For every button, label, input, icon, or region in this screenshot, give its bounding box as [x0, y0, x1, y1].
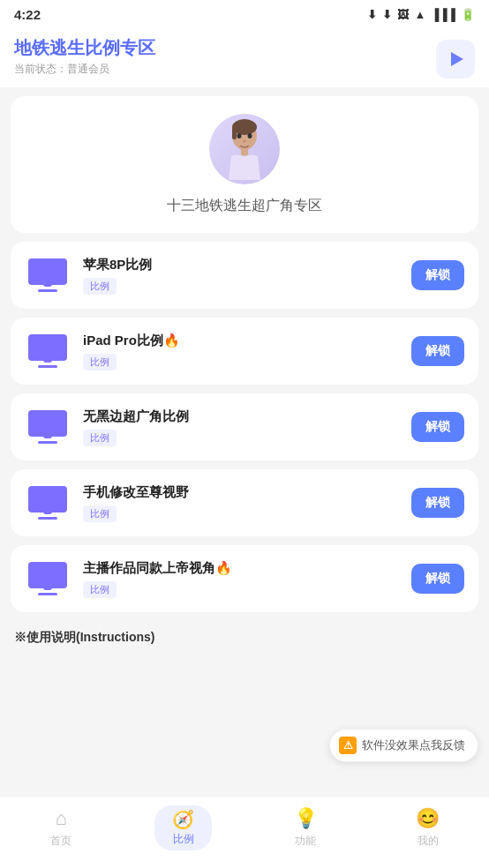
unlock-button-2[interactable]: 解锁: [411, 412, 464, 442]
nav-active-pill: 🧭 比例: [154, 805, 212, 850]
item-tag-3: 比例: [83, 505, 117, 522]
svg-point-4: [248, 133, 252, 138]
monitor-stand: [43, 356, 52, 363]
item-name-1: iPad Pro比例🔥: [83, 333, 399, 349]
item-icon-2: [25, 408, 71, 446]
item-icon-4: [25, 559, 71, 598]
item-info-2: 无黑边超广角比例 比例: [83, 408, 399, 446]
list-item: iPad Pro比例🔥 比例 解锁: [11, 318, 478, 385]
item-tag-0: 比例: [83, 278, 117, 295]
item-icon-0: [25, 256, 71, 295]
avatar-illustration: [218, 118, 271, 180]
warning-icon: ⚠: [339, 737, 357, 754]
download-icon-1: ⬇: [367, 8, 377, 21]
status-bar: 4:22 ⬇ ⬇ 🖼 ▲ ▐▐▐ 🔋: [0, 0, 489, 29]
nav-item-mine[interactable]: 😊 我的: [367, 807, 490, 849]
header: 地铁逃生比例专区 当前状态：普通会员: [0, 29, 489, 87]
nav-item-ratio[interactable]: 🧭 比例: [123, 805, 245, 850]
list-item: 手机修改至尊视野 比例 解锁: [11, 469, 478, 536]
item-info-3: 手机修改至尊视野 比例: [83, 484, 399, 522]
monitor-base: [38, 289, 57, 292]
page-title: 地铁逃生比例专区: [14, 36, 155, 59]
item-name-2: 无黑边超广角比例: [83, 408, 399, 425]
hero-section: 十三地铁逃生超广角专区: [11, 96, 478, 233]
item-info-1: iPad Pro比例🔥 比例: [83, 333, 399, 370]
list-section: 苹果8P比例 比例 解锁 iPad Pro比例🔥 比例 解锁: [0, 242, 489, 612]
signal-icon: ▐▐▐: [431, 8, 455, 21]
monitor-base: [38, 517, 57, 520]
item-name-0: 苹果8P比例: [83, 257, 399, 273]
list-item: 苹果8P比例 比例 解锁: [11, 242, 478, 309]
nav-item-function[interactable]: 💡 功能: [244, 807, 367, 849]
svg-rect-2: [232, 127, 237, 139]
feedback-label: 软件没效果点我反馈: [362, 737, 465, 753]
monitor-icon-3: [26, 486, 69, 520]
item-tag-4: 比例: [83, 581, 117, 598]
nav-label-home: 首页: [50, 834, 71, 849]
nav-label-mine: 我的: [418, 834, 439, 849]
function-icon: 💡: [294, 807, 318, 830]
monitor-stand: [43, 281, 52, 287]
unlock-button-3[interactable]: 解锁: [411, 488, 464, 518]
play-triangle-icon: [451, 52, 463, 66]
monitor-icon-1: [26, 334, 69, 368]
item-icon-1: [25, 332, 71, 370]
svg-point-3: [237, 133, 242, 138]
monitor-base: [38, 365, 57, 368]
list-item: 主播作品同款上帝视角🔥 比例 解锁: [11, 545, 478, 612]
item-name-3: 手机修改至尊视野: [83, 484, 399, 501]
nav-item-home[interactable]: ⌂ 首页: [0, 807, 123, 849]
monitor-stand: [43, 584, 52, 590]
wifi-icon: ▲: [414, 8, 425, 21]
item-tag-2: 比例: [83, 430, 117, 446]
hero-title: 十三地铁逃生超广角专区: [167, 197, 322, 215]
unlock-button-4[interactable]: 解锁: [411, 564, 464, 594]
header-subtitle: 当前状态：普通会员: [14, 62, 155, 77]
battery-icon: 🔋: [461, 8, 475, 21]
monitor-icon-0: [26, 258, 69, 292]
unlock-button-0[interactable]: 解锁: [411, 260, 464, 290]
monitor-base: [38, 593, 57, 595]
play-button[interactable]: [436, 40, 475, 79]
item-info-0: 苹果8P比例 比例: [83, 257, 399, 295]
item-icon-3: [25, 483, 71, 522]
download-icon-2: ⬇: [382, 8, 392, 21]
monitor-icon-4: [26, 562, 69, 595]
hero-avatar: [209, 114, 280, 184]
unlock-button-1[interactable]: 解锁: [411, 336, 464, 366]
item-name-4: 主播作品同款上帝视角🔥: [83, 560, 399, 577]
list-item: 无黑边超广角比例 比例 解锁: [11, 393, 478, 460]
bottom-nav: ⌂ 首页 🧭 比例 💡 功能 😊 我的: [0, 796, 489, 868]
monitor-base: [38, 441, 57, 444]
feedback-button[interactable]: ⚠ 软件没效果点我反馈: [329, 729, 478, 762]
monitor-stand: [43, 508, 52, 514]
image-icon: 🖼: [397, 8, 409, 21]
item-tag-1: 比例: [83, 354, 117, 370]
status-time: 4:22: [14, 7, 41, 22]
monitor-icon-2: [26, 410, 69, 444]
item-info-4: 主播作品同款上帝视角🔥 比例: [83, 560, 399, 598]
monitor-stand: [43, 432, 52, 438]
instructions-title: ※使用说明(Instructions): [14, 630, 154, 644]
status-icons: ⬇ ⬇ 🖼 ▲ ▐▐▐ 🔋: [367, 8, 475, 21]
home-icon: ⌂: [56, 807, 67, 830]
svg-point-5: [243, 140, 246, 143]
nav-label-function: 功能: [295, 834, 316, 849]
instructions-section: ※使用说明(Instructions): [0, 621, 489, 655]
nav-label-ratio: 比例: [173, 832, 194, 847]
ratio-icon: 🧭: [172, 809, 194, 830]
mine-icon: 😊: [416, 807, 440, 830]
header-text: 地铁逃生比例专区 当前状态：普通会员: [14, 36, 155, 77]
